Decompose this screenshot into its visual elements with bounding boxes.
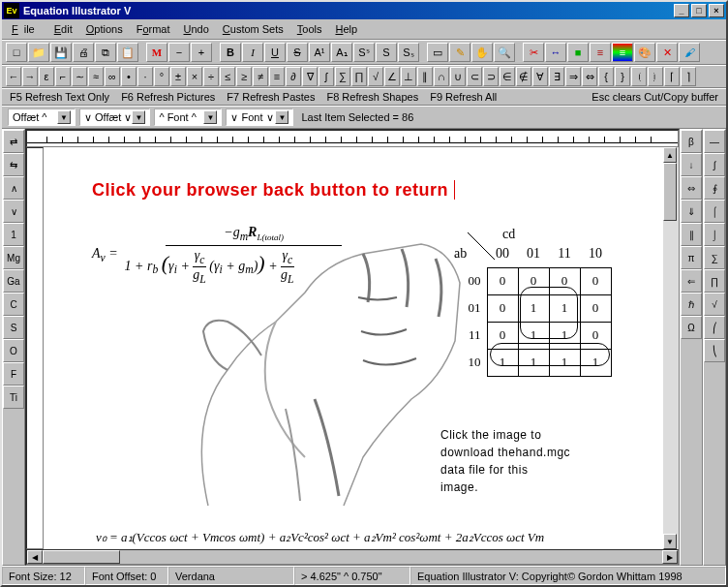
left-tool-9[interactable]: O <box>3 339 24 362</box>
chevron-down-icon[interactable]: ▼ <box>203 110 217 124</box>
left-tool-8[interactable]: S <box>3 316 24 339</box>
left-tool-5[interactable]: Mg <box>3 246 24 269</box>
close-button[interactable]: × <box>709 4 724 17</box>
plus-button[interactable]: + <box>191 43 212 62</box>
right2-tool-3[interactable]: ⌠ <box>704 200 725 223</box>
sub-button[interactable]: A₁ <box>331 43 352 62</box>
right1-tool-8[interactable]: Ω <box>681 316 702 339</box>
left-tool-10[interactable]: F <box>3 362 24 386</box>
symbol-button-33[interactable]: ∃ <box>549 67 564 86</box>
symbol-button-23[interactable]: ∠ <box>384 67 400 86</box>
right2-tool-2[interactable]: ∮ <box>704 176 725 200</box>
palette-button[interactable]: 🎨 <box>634 43 655 62</box>
col2-button[interactable]: ≡ <box>590 43 611 62</box>
symbol-button-7[interactable]: • <box>121 67 136 86</box>
symbol-button-20[interactable]: ∑ <box>335 67 350 86</box>
symbol-button-28[interactable]: ⊂ <box>467 67 482 86</box>
dim-button[interactable]: ↔ <box>545 43 566 62</box>
scroll-down-icon[interactable]: ▼ <box>663 534 677 549</box>
symbol-button-39[interactable]: ⟯ <box>648 67 663 86</box>
symbol-button-15[interactable]: ≠ <box>253 67 268 86</box>
left-tool-6[interactable]: Ga <box>3 269 24 293</box>
menu-edit[interactable]: Edit <box>48 21 78 37</box>
paste-button[interactable]: 📋 <box>117 43 138 62</box>
col1-button[interactable]: ■ <box>567 43 589 62</box>
scroll-left-icon[interactable]: ◀ <box>27 550 43 564</box>
right2-tool-9[interactable]: ⎝ <box>704 339 725 362</box>
right1-tool-3[interactable]: ⇓ <box>681 200 702 223</box>
symbol-button-24[interactable]: ⊥ <box>401 67 416 86</box>
brush-button[interactable]: 🖌 <box>679 43 700 62</box>
font-dn-select[interactable]: ∨ Font ∨▼ <box>226 108 293 126</box>
menu-customsets[interactable]: Custom Sets <box>217 21 289 37</box>
scroll-right-icon[interactable]: ▶ <box>662 550 678 564</box>
symbol-button-11[interactable]: × <box>187 67 202 86</box>
symbol-button-10[interactable]: ± <box>170 67 186 86</box>
left-tool-2[interactable]: ∧ <box>3 176 24 200</box>
cut-button[interactable]: ✂ <box>523 43 544 62</box>
right1-tool-4[interactable]: ∥ <box>681 223 702 246</box>
new-button[interactable]: □ <box>6 43 27 62</box>
left-tool-0[interactable]: ⇄ <box>3 130 24 153</box>
menu-format[interactable]: Format <box>131 21 176 37</box>
symbol-button-13[interactable]: ≤ <box>220 67 235 86</box>
right2-tool-0[interactable]: — <box>704 130 725 153</box>
symbol-button-21[interactable]: ∏ <box>351 67 367 86</box>
right2-tool-5[interactable]: ∑ <box>704 246 725 269</box>
scroll-thumb-h[interactable] <box>43 550 120 564</box>
select-button[interactable]: ▭ <box>427 43 448 62</box>
scrollbar-horizontal[interactable]: ◀ ▶ <box>26 549 679 565</box>
chevron-down-icon[interactable]: ▼ <box>132 110 145 124</box>
symbol-button-37[interactable]: } <box>615 67 630 86</box>
right2-tool-6[interactable]: ∏ <box>704 269 725 293</box>
right2-tool-4[interactable]: ⌡ <box>704 223 725 246</box>
symbol-button-5[interactable]: ≈ <box>88 67 104 86</box>
maximize-button[interactable]: □ <box>691 4 707 17</box>
left-tool-1[interactable]: ⇆ <box>3 153 24 176</box>
symbol-button-17[interactable]: ∂ <box>286 67 301 86</box>
menu-options[interactable]: Options <box>80 21 129 37</box>
symbol-button-25[interactable]: ∥ <box>417 67 433 86</box>
symbol-button-18[interactable]: ∇ <box>302 67 318 86</box>
symbol-button-22[interactable]: √ <box>368 67 383 86</box>
symbol-button-2[interactable]: ε <box>39 67 54 86</box>
offset-dn-select[interactable]: ∨ Offæt ∨▼ <box>79 108 150 126</box>
right2-tool-8[interactable]: ⎛ <box>704 316 725 339</box>
left-tool-3[interactable]: ∨ <box>3 200 24 223</box>
col3-button[interactable]: ≡ <box>612 43 633 62</box>
minimize-button[interactable]: _ <box>674 4 689 17</box>
italic-button[interactable]: I <box>242 43 263 62</box>
right1-tool-1[interactable]: ↓ <box>681 153 702 176</box>
menu-help[interactable]: Help <box>329 21 363 37</box>
super-button[interactable]: A¹ <box>309 43 330 62</box>
left-tool-7[interactable]: C <box>3 293 24 316</box>
ss1-button[interactable]: Sˢ <box>353 43 375 62</box>
hand-button[interactable]: ✋ <box>471 43 493 62</box>
ss3-button[interactable]: Sₛ <box>398 43 419 62</box>
menu-undo[interactable]: Undo <box>178 21 215 37</box>
minus-button[interactable]: − <box>168 43 190 62</box>
symbol-button-19[interactable]: ∫ <box>318 67 334 86</box>
symbol-button-36[interactable]: { <box>598 67 614 86</box>
bold-button[interactable]: B <box>220 43 241 62</box>
symbol-button-3[interactable]: ⌐ <box>55 67 71 86</box>
symbol-button-32[interactable]: ∀ <box>532 67 548 86</box>
scroll-thumb-v[interactable] <box>663 163 677 221</box>
left-tool-11[interactable]: Ti <box>3 386 24 409</box>
chevron-down-icon[interactable]: ▼ <box>57 110 71 124</box>
right2-tool-7[interactable]: √ <box>704 293 725 316</box>
symbol-button-14[interactable]: ≥ <box>236 67 252 86</box>
symbol-button-40[interactable]: ⌈ <box>664 67 680 86</box>
menu-tools[interactable]: Tools <box>291 21 328 37</box>
right1-tool-0[interactable]: β <box>681 130 702 153</box>
math-m-button[interactable]: M <box>146 43 167 62</box>
x-button[interactable]: ✕ <box>656 43 678 62</box>
symbol-button-35[interactable]: ⇔ <box>582 67 597 86</box>
symbol-button-26[interactable]: ∩ <box>434 67 449 86</box>
symbol-button-12[interactable]: ÷ <box>203 67 219 86</box>
symbol-button-0[interactable]: ← <box>6 67 21 86</box>
canvas[interactable]: Click your browser back button to return… <box>44 147 663 549</box>
symbol-button-16[interactable]: ≡ <box>269 67 285 86</box>
symbol-button-30[interactable]: ∈ <box>500 67 515 86</box>
symbol-button-34[interactable]: ⇒ <box>565 67 581 86</box>
